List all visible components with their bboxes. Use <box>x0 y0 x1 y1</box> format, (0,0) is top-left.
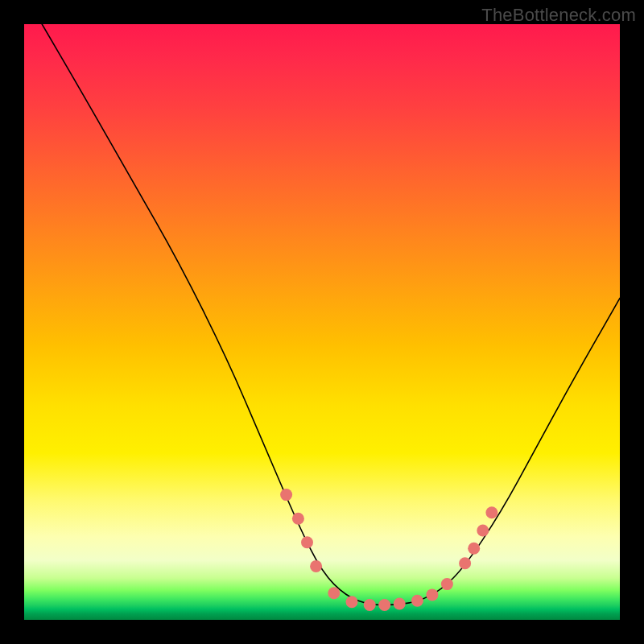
highlight-dot <box>378 599 390 611</box>
highlight-dot <box>411 595 423 607</box>
chart-frame: TheBottleneck.com <box>0 0 644 644</box>
highlight-dot <box>328 587 340 599</box>
highlight-dot <box>280 489 292 501</box>
highlight-dot <box>310 560 322 572</box>
watermark-label: TheBottleneck.com <box>481 5 636 26</box>
highlight-dot <box>459 557 471 569</box>
highlight-dot <box>477 525 489 537</box>
highlight-dot <box>468 543 480 555</box>
highlight-dot <box>394 598 406 610</box>
highlight-dot <box>346 596 358 608</box>
plot-area <box>24 24 620 620</box>
highlight-dots-group <box>280 489 497 611</box>
highlight-dot <box>301 536 313 548</box>
highlight-dot <box>441 578 453 590</box>
bottleneck-curve <box>42 24 620 605</box>
highlight-dot <box>292 513 304 525</box>
highlight-dot <box>426 588 438 601</box>
highlight-dot <box>485 506 497 518</box>
highlight-dot <box>364 599 376 611</box>
curve-svg <box>24 24 620 620</box>
